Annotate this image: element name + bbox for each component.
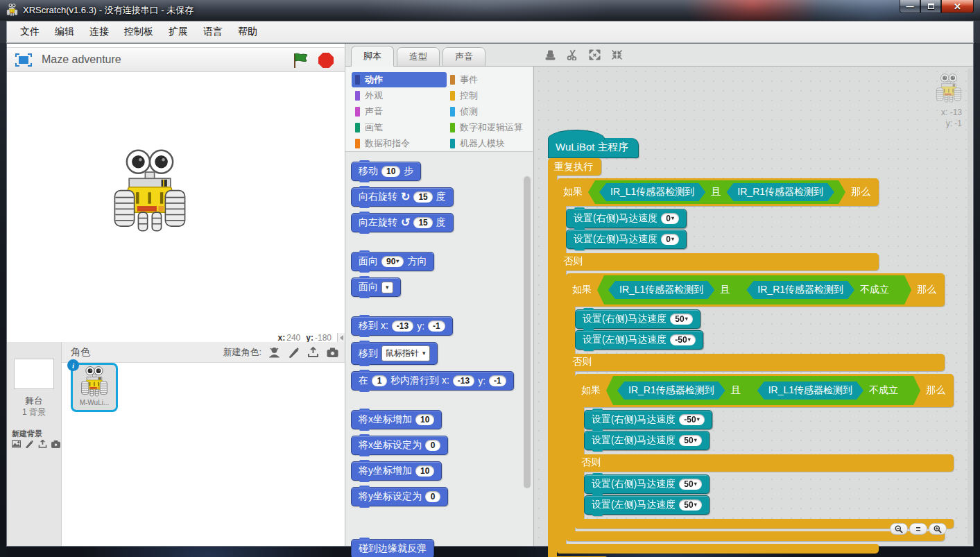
palette-block-change-y-by[interactable]: 将y坐标增加10 <box>351 461 442 481</box>
palette-block-turn-left[interactable]: 向左旋转↺15度 <box>351 213 454 232</box>
category-operators[interactable]: 数字和逻辑运算 <box>447 120 530 135</box>
category-motion[interactable]: 动作 <box>352 72 447 87</box>
set-motor-speed-block[interactable]: 设置(左侧)马达速度50▾ <box>584 431 710 450</box>
palette-block-bounce-on-edge[interactable]: 碰到边缘就反弹 <box>351 539 434 557</box>
new-sprite-library-icon[interactable] <box>268 346 281 359</box>
speed-dropdown[interactable]: -50▾ <box>679 414 704 425</box>
category-data-blocks[interactable]: 数据和指令 <box>352 136 447 151</box>
category-pen[interactable]: 画笔 <box>352 120 447 135</box>
menu-language[interactable]: 语言 <box>196 22 230 42</box>
upload-backdrop-icon[interactable] <box>37 439 48 449</box>
hat-block[interactable]: WuLiBot 主程序 <box>548 138 639 158</box>
number-input[interactable]: 10 <box>415 465 434 477</box>
and-operator[interactable]: IR_L1传感器检测到且IR_R1传感器检测到不成立 <box>597 275 911 305</box>
dropdown-select[interactable]: ▾ <box>381 282 393 293</box>
number-input[interactable]: 10 <box>415 414 434 425</box>
collapse-stage-button[interactable] <box>337 333 345 342</box>
number-input[interactable]: 0 <box>425 440 440 451</box>
paint-backdrop-icon[interactable] <box>24 439 35 449</box>
zoom-in-button[interactable] <box>929 523 947 535</box>
robot-sprite[interactable] <box>112 149 187 237</box>
category-robot-module[interactable]: 机器人模块 <box>447 136 530 151</box>
number-input[interactable]: -13 <box>392 320 413 332</box>
palette-block-move-steps[interactable]: 移动10步 <box>351 162 421 181</box>
menu-extensions[interactable]: 扩展 <box>161 22 196 42</box>
palette-block-turn-right[interactable]: 向右旋转↻15度 <box>351 187 454 207</box>
set-motor-speed-block[interactable]: 设置(右侧)马达速度0▾ <box>566 209 687 228</box>
palette-block-change-x-by[interactable]: 将x坐标增加10 <box>351 410 442 429</box>
palette-block-point-in-direction[interactable]: 面向90▾方向 <box>351 252 434 271</box>
set-motor-speed-block[interactable]: 设置(右侧)马达速度-50▾ <box>584 410 712 429</box>
not-operator[interactable]: IR_L1传感器检测到不成立 <box>746 379 909 402</box>
set-motor-speed-block[interactable]: 设置(左侧)马达速度0▾ <box>566 230 687 249</box>
palette-scrollbar-thumb[interactable] <box>524 176 531 488</box>
maximize-button[interactable] <box>920 0 941 13</box>
menu-connect[interactable]: 连接 <box>82 22 117 42</box>
close-button[interactable]: ✕ <box>941 0 974 13</box>
stage-selector-column[interactable]: 舞台 1 背景 新建背景 <box>7 342 62 546</box>
camera-backdrop-icon[interactable] <box>51 439 61 449</box>
cut-scissors-icon[interactable] <box>566 49 579 61</box>
duplicate-stamp-icon[interactable] <box>544 49 557 61</box>
sensor-reporter[interactable]: IR_R1传感器检测到 <box>726 183 834 201</box>
speed-dropdown[interactable]: 50▾ <box>679 435 701 446</box>
shrink-sprite-icon[interactable] <box>610 49 624 61</box>
dropdown-select[interactable]: 鼠标指针▾ <box>381 345 430 361</box>
palette-block-glide-to-xy[interactable]: 在1秒内滑行到 x:-13y:-1 <box>351 371 514 391</box>
palette-block-set-y-to[interactable]: 将y坐标设定为0 <box>351 487 448 506</box>
sprite-info-badge[interactable]: i <box>67 359 79 371</box>
zoom-out-button[interactable] <box>890 523 908 535</box>
number-input[interactable]: 1 <box>372 375 387 386</box>
tab-scripts[interactable]: 脚本 <box>351 46 394 67</box>
number-dropdown[interactable]: 90▾ <box>381 256 404 267</box>
sprite-thumbnail-card[interactable]: i M-WuLi... <box>71 363 118 412</box>
backdrop-library-icon[interactable] <box>11 439 22 449</box>
and-operator[interactable]: IR_R1传感器检测到且IR_L1传感器检测到不成立 <box>606 376 920 405</box>
upload-sprite-icon[interactable] <box>307 346 320 359</box>
category-control[interactable]: 控制 <box>447 88 530 103</box>
category-events[interactable]: 事件 <box>447 72 530 87</box>
sensor-reporter[interactable]: IR_R1传感器检测到 <box>746 281 854 299</box>
if-else-block[interactable]: 如果IR_R1传感器检测到且IR_L1传感器检测到不成立那么设置(右侧)马达速度… <box>575 374 954 529</box>
speed-dropdown[interactable]: 50▾ <box>679 499 701 511</box>
if-else-block[interactable]: 如果IR_L1传感器检测到且IR_R1传感器检测到那么设置(右侧)马达速度0▾设… <box>557 178 954 554</box>
stage-canvas[interactable] <box>7 73 345 333</box>
number-input[interactable]: 10 <box>381 166 400 177</box>
speed-dropdown[interactable]: 0▾ <box>661 234 679 245</box>
speed-dropdown[interactable]: 50▾ <box>679 479 701 490</box>
sensor-reporter[interactable]: IR_L1传感器检测到 <box>757 382 863 400</box>
sensor-reporter[interactable]: IR_L1传感器检测到 <box>599 183 705 201</box>
number-input[interactable]: -1 <box>428 320 445 332</box>
camera-sprite-icon[interactable] <box>326 346 339 359</box>
script-scrollbar[interactable] <box>968 68 972 545</box>
grow-sprite-icon[interactable] <box>588 49 601 61</box>
number-input[interactable]: -1 <box>489 375 506 386</box>
number-input[interactable]: 15 <box>413 191 432 203</box>
menu-edit[interactable]: 编辑 <box>47 22 82 42</box>
script-canvas[interactable]: x: -13 y: -1 WuLiBot 主程序重复执行如果IR_L1传感器检测… <box>533 67 973 546</box>
fullscreen-icon[interactable] <box>15 53 32 67</box>
stage-backdrop-thumbnail[interactable] <box>14 359 54 389</box>
number-input[interactable]: -13 <box>453 375 474 386</box>
set-motor-speed-block[interactable]: 设置(左侧)马达速度50▾ <box>584 495 710 515</box>
speed-dropdown[interactable]: 0▾ <box>661 213 679 224</box>
title-bar[interactable]: XRScratch(v1.6.3) - 没有连接串口 - 未保存 <box>0 0 980 21</box>
menu-board[interactable]: 控制板 <box>117 22 161 42</box>
palette-block-go-to-xy[interactable]: 移到 x:-13y:-1 <box>351 316 453 336</box>
palette-block-go-to-target[interactable]: 移到鼠标指针▾ <box>351 342 438 365</box>
stop-button[interactable] <box>318 53 334 68</box>
palette-block-point-towards[interactable]: 面向▾ <box>351 277 401 297</box>
forever-block[interactable]: 重复执行如果IR_L1传感器检测到且IR_R1传感器检测到那么设置(右侧)马达速… <box>548 158 954 557</box>
number-input[interactable]: 0 <box>425 491 440 502</box>
paint-new-sprite-icon[interactable] <box>287 346 300 359</box>
set-motor-speed-block[interactable]: 设置(右侧)马达速度50▾ <box>575 309 700 329</box>
number-input[interactable]: 15 <box>413 217 432 228</box>
tab-costumes[interactable]: 造型 <box>397 47 440 67</box>
speed-dropdown[interactable]: -50▾ <box>670 334 695 345</box>
set-motor-speed-block[interactable]: 设置(左侧)马达速度-50▾ <box>575 330 703 350</box>
menu-help[interactable]: 帮助 <box>230 22 265 42</box>
sensor-reporter[interactable]: IR_L1传感器检测到 <box>608 281 714 299</box>
menu-file[interactable]: 文件 <box>12 22 47 42</box>
set-motor-speed-block[interactable]: 设置(右侧)马达速度50▾ <box>584 474 710 494</box>
palette-block-set-x-to[interactable]: 将x坐标设定为0 <box>351 436 448 455</box>
